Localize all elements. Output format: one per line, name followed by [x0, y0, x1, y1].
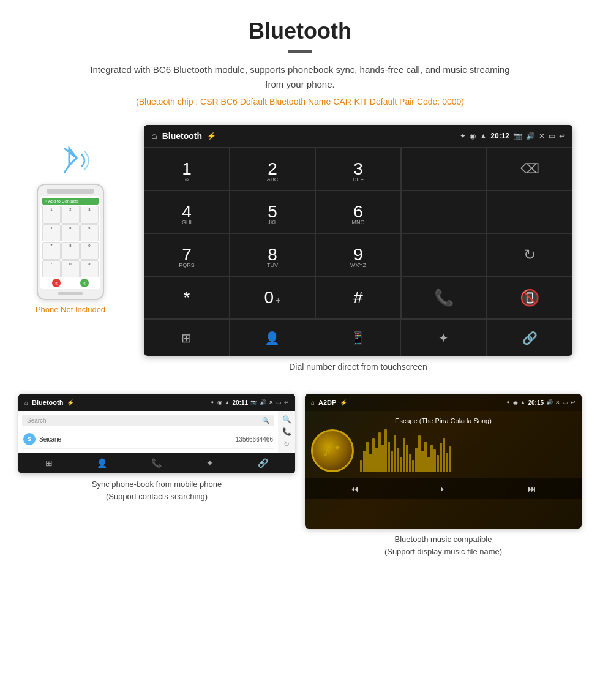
phonebook-screen: ⌂ Bluetooth ⚡ ✦ ◉ ▲ 20:11 📷 🔊 ✕ ▭ ↩: [18, 394, 295, 473]
dial-key-8[interactable]: 8TUV: [230, 233, 315, 276]
dial-key-6[interactable]: 6MNO: [315, 190, 401, 233]
music-caption: Bluetooth music compatible (Support disp…: [384, 533, 502, 557]
phone-screen: + Add to Contacts 1 2 3 4 5 6 7 8 9 * 0 …: [40, 196, 100, 289]
signal-icon: ▲: [479, 132, 487, 140]
nav-grid-icon[interactable]: ⊞: [144, 320, 230, 356]
phonebook-caption: Sync phone-book from mobile phone (Suppo…: [92, 478, 222, 502]
phonebook-panel: ⌂ Bluetooth ⚡ ✦ ◉ ▲ 20:11 📷 🔊 ✕ ▭ ↩: [18, 394, 295, 557]
music-loc-icon: ◉: [513, 399, 518, 405]
phone-key: 8: [61, 242, 80, 260]
dial-key-4[interactable]: 4GHI: [144, 190, 230, 233]
phone-start-call: ✆: [80, 279, 89, 287]
pb-right-search-icon: 🔍: [282, 415, 291, 424]
pb-title: Bluetooth: [32, 399, 63, 406]
phone-not-included-label: Phone Not Included: [36, 305, 105, 314]
music-body: Escape (The Pina Colada Song) ♪ ✦: [305, 411, 582, 478]
call-red-icon: 📵: [520, 288, 539, 307]
pb-right-icons: 🔍 📞 ↻: [278, 411, 295, 453]
main-section: + Add to Contacts 1 2 3 4 5 6 7 8 9 * 0 …: [0, 119, 600, 384]
dial-key-star[interactable]: *: [144, 276, 230, 319]
nav-bluetooth-icon[interactable]: ✦: [401, 320, 487, 356]
phone-image: + Add to Contacts 1 2 3 4 5 6 7 8 9 * 0 …: [37, 184, 104, 300]
dial-key-0[interactable]: 0+: [230, 276, 315, 319]
page-title: Bluetooth: [12, 18, 588, 44]
music-panel: ⌂ A2DP ⚡ ✦ ◉ ▲ 20:15 🔊 ✕ ▭ ↩ Escape (The…: [305, 394, 582, 557]
title-divider: [288, 50, 312, 53]
dial-empty-3: [487, 190, 572, 233]
phone-key: #: [80, 260, 99, 278]
svg-text:♪: ♪: [323, 443, 330, 459]
phone-screen-header: + Add to Contacts: [42, 198, 99, 205]
phone-bottom-bar: [58, 292, 83, 295]
bottom-panels: ⌂ Bluetooth ⚡ ✦ ◉ ▲ 20:11 📷 🔊 ✕ ▭ ↩: [0, 384, 600, 576]
dial-caption: Dial number direct from touchscreen: [289, 362, 427, 372]
pb-right-phone-icon: 📞: [282, 427, 291, 436]
music-usb-icon: ⚡: [340, 399, 347, 406]
dial-key-1[interactable]: 1∞: [144, 148, 230, 190]
phone-key: 1: [42, 206, 61, 224]
bluetooth-info: (Bluetooth chip : CSR BC6 Default Blueto…: [12, 97, 588, 107]
music-next-icon[interactable]: ⏭: [528, 484, 536, 494]
dial-key-2[interactable]: 2ABC: [230, 148, 315, 190]
pb-nav-bt-icon[interactable]: ✦: [206, 458, 214, 468]
music-vol-icon: 🔊: [546, 399, 553, 405]
music-prev-icon[interactable]: ⏮: [350, 484, 359, 494]
nav-contacts-icon[interactable]: 👤: [230, 320, 315, 356]
pb-sig-icon: ▲: [225, 399, 230, 405]
music-caption-line2: (Support display music file name): [384, 547, 502, 556]
pb-status-right: ✦ ◉ ▲ 20:11 📷 🔊 ✕ ▭ ↩: [210, 399, 290, 406]
pb-contact-row: S Seicane 13566664466: [22, 430, 274, 449]
music-back-icon: ↩: [571, 399, 576, 405]
dial-key-5[interactable]: 5JKL: [230, 190, 315, 233]
pb-screen-inner: Search 🔍 S Seicane 13566664466 🔍: [18, 411, 295, 453]
phonebook-caption-line2: (Support contacts searching): [106, 492, 208, 501]
dial-refresh[interactable]: ↻: [487, 233, 572, 276]
music-x-icon: ✕: [555, 399, 560, 405]
status-right: ✦ ◉ ▲ 20:12 📷 🔊 ✕ ▭ ↩: [460, 132, 565, 140]
dial-key-3[interactable]: 3DEF: [315, 148, 401, 190]
dial-screen-container: ⌂ Bluetooth ⚡ ✦ ◉ ▲ 20:12 📷 🔊 ✕ ▭ ↩: [135, 125, 582, 372]
pb-search-bar[interactable]: Search 🔍: [22, 415, 274, 426]
call-green-icon: 📞: [434, 288, 454, 307]
pb-bt-icon: ✦: [210, 399, 215, 405]
dial-empty-4: [401, 233, 487, 276]
dial-key-hash[interactable]: #: [315, 276, 401, 319]
music-bt-icon: ✦: [506, 399, 511, 405]
pb-back-icon: ↩: [284, 399, 289, 405]
bluetooth-waves-icon: [52, 143, 89, 181]
phone-key: *: [42, 260, 61, 278]
dial-call-green[interactable]: 📞: [401, 276, 487, 319]
pb-nav-phone-icon[interactable]: 📞: [151, 458, 162, 468]
nav-link-icon[interactable]: 🔗: [487, 320, 572, 356]
dial-empty-1: [401, 148, 487, 190]
volume-icon: 🔊: [526, 132, 535, 140]
pb-cam-icon: 📷: [250, 399, 257, 405]
pb-nav-grid-icon[interactable]: ⊞: [45, 458, 53, 468]
pb-nav-link-icon[interactable]: 🔗: [258, 458, 268, 468]
music-status-bar: ⌂ A2DP ⚡ ✦ ◉ ▲ 20:15 🔊 ✕ ▭ ↩: [305, 394, 582, 411]
back-icon: ↩: [559, 132, 565, 140]
music-play-icon[interactable]: ⏯: [439, 484, 448, 494]
music-bottom-nav: ⏮ ⏯ ⏭: [305, 478, 582, 499]
pb-contact-number: 13566664466: [236, 436, 273, 443]
dial-grid: 1∞ 2ABC 3DEF ⌫ 4GHI 5JKL: [144, 147, 572, 319]
music-song-title: Escape (The Pina Colada Song): [395, 417, 492, 424]
description: Integrated with BC6 Bluetooth module, su…: [86, 62, 514, 92]
dial-call-red[interactable]: 📵: [487, 276, 572, 319]
pb-nav-contact-icon[interactable]: 👤: [97, 458, 107, 468]
screen-icon: ▭: [549, 132, 555, 140]
backspace-icon: ⌫: [520, 161, 539, 177]
music-status-left: ⌂ A2DP ⚡: [311, 399, 347, 406]
phone-key: 4: [42, 224, 61, 242]
dial-backspace[interactable]: ⌫: [487, 148, 572, 190]
dial-key-7[interactable]: 7PQRS: [144, 233, 230, 276]
dial-status-bar: ⌂ Bluetooth ⚡ ✦ ◉ ▲ 20:12 📷 🔊 ✕ ▭ ↩: [144, 125, 572, 147]
dial-key-9[interactable]: 9WXYZ: [315, 233, 401, 276]
phone-key: 7: [42, 242, 61, 260]
svg-text:✦: ✦: [334, 443, 341, 453]
pb-search-placeholder: Search: [27, 417, 47, 424]
music-scr-icon: ▭: [563, 399, 568, 405]
phone-top-bar: [47, 189, 94, 194]
pb-contact-letter: S: [28, 436, 31, 442]
nav-phone-icon[interactable]: 📱: [315, 320, 401, 356]
